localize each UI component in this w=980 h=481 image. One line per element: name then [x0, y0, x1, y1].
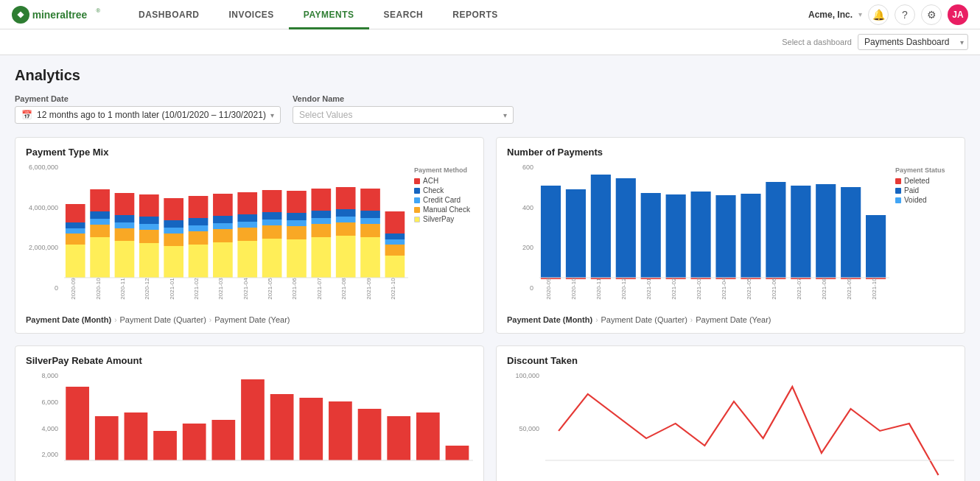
svg-text:2021-10: 2021-10 — [390, 278, 396, 300]
svg-rect-100 — [691, 192, 711, 278]
avatar[interactable]: JA — [948, 4, 968, 25]
help-icon[interactable]: ? — [895, 4, 915, 25]
legend-credit-card: Credit Card — [414, 196, 473, 204]
logo[interactable]: mineraltree ® — [12, 6, 100, 24]
silverpay-rebate-chart[interactable] — [64, 372, 473, 481]
y-axis-dt: 100,000 50,000 — [507, 372, 539, 481]
svg-rect-26 — [164, 220, 183, 228]
svg-rect-69 — [385, 245, 405, 256]
svg-rect-134 — [153, 431, 177, 460]
svg-rect-52 — [287, 191, 307, 213]
discount-taken-body: 100,000 50,000 — [507, 372, 954, 481]
svg-rect-25 — [164, 228, 183, 234]
vendor-filter-input[interactable]: Select Values ▾ — [293, 106, 514, 124]
svg-rect-98 — [666, 194, 686, 278]
svg-rect-90 — [566, 189, 586, 278]
drill-ptm-year[interactable]: Payment Date (Year) — [214, 315, 290, 324]
svg-rect-138 — [270, 394, 294, 460]
svg-rect-49 — [287, 226, 307, 239]
svg-rect-8 — [90, 237, 110, 278]
svg-rect-54 — [311, 224, 331, 237]
svg-text:2021-03: 2021-03 — [218, 278, 225, 299]
svg-rect-133 — [125, 412, 148, 460]
svg-rect-36 — [213, 216, 233, 223]
svg-rect-22 — [139, 194, 159, 217]
svg-rect-42 — [237, 192, 257, 214]
discount-taken-chart[interactable] — [545, 372, 954, 481]
silverpay-rebate-title: SilverPay Rebate Amount — [26, 355, 473, 366]
svg-rect-9 — [90, 225, 110, 237]
svg-rect-132 — [95, 416, 119, 460]
settings-icon[interactable]: ⚙ — [921, 4, 942, 25]
vendor-filter-chevron: ▾ — [503, 111, 507, 119]
svg-rect-71 — [385, 234, 405, 239]
nav-search[interactable]: SEARCH — [369, 0, 438, 29]
date-filter-chevron: ▾ — [270, 111, 274, 119]
dashboard-select-wrapper[interactable]: Payments Dashboard — [858, 34, 968, 50]
svg-rect-110 — [816, 184, 836, 278]
svg-rect-94 — [616, 178, 636, 278]
svg-rect-44 — [262, 225, 282, 239]
nav-invoices[interactable]: INVOICES — [214, 0, 289, 29]
svg-rect-55 — [311, 218, 331, 224]
svg-rect-114 — [866, 215, 886, 278]
charts-grid: Payment Type Mix 6,000,000 4,000,000 2,0… — [15, 137, 965, 481]
payment-type-mix-chart[interactable]: .bar-ach{fill:#e53935}.bar-check{fill:#1… — [64, 164, 408, 309]
svg-rect-144 — [446, 446, 469, 460]
svg-rect-38 — [237, 241, 257, 278]
svg-rect-66 — [360, 211, 380, 218]
svg-rect-53 — [311, 237, 331, 278]
svg-text:2020-12: 2020-12 — [620, 278, 627, 299]
svg-text:2020-11: 2020-11 — [595, 278, 602, 299]
svg-rect-43 — [262, 239, 282, 278]
nav-dashboard[interactable]: DASHBOARD — [124, 0, 214, 29]
y-axis-sp: 8,000 6,000 4,000 2,000 — [26, 372, 58, 481]
svg-text:2021-03: 2021-03 — [696, 278, 702, 300]
y-axis-ptm: 6,000,000 4,000,000 2,000,000 0 — [26, 164, 58, 309]
svg-text:2020-11: 2020-11 — [119, 278, 126, 299]
svg-rect-135 — [183, 424, 206, 460]
svg-rect-65 — [360, 218, 380, 224]
y-axis-nop: 600 400 200 0 — [507, 164, 533, 309]
svg-text:2021-02: 2021-02 — [671, 278, 677, 299]
svg-text:2021-01: 2021-01 — [169, 278, 175, 299]
date-filter-label: Payment Date — [15, 94, 281, 103]
svg-rect-139 — [299, 398, 323, 460]
silverpay-rebate-body: 8,000 6,000 4,000 2,000 — [26, 372, 473, 481]
drill-ptm-month[interactable]: Payment Date (Month) — [26, 315, 111, 324]
svg-rect-137 — [241, 379, 265, 460]
drill-nop-quarter[interactable]: Payment Date (Quarter) — [601, 315, 687, 324]
drill-nop-year[interactable]: Payment Date (Year) — [696, 315, 771, 324]
vendor-filter-group: Vendor Name Select Values ▾ — [293, 94, 514, 124]
legend-voided: Voided — [895, 196, 954, 204]
number-of-payments-chart[interactable]: 2020-09 2020-10 2020-11 2020-12 2021-01 … — [539, 164, 889, 309]
legend-silverpay: SilverPay — [414, 215, 473, 223]
payment-type-mix-title: Payment Type Mix — [26, 147, 473, 158]
drill-nop-month[interactable]: Payment Date (Month) — [507, 315, 592, 324]
svg-text:2021-09: 2021-09 — [846, 278, 853, 299]
date-filter-group: Payment Date 📅 12 months ago to 1 month … — [15, 94, 281, 124]
svg-rect-5 — [66, 228, 85, 234]
svg-rect-24 — [164, 234, 183, 246]
svg-rect-7 — [66, 204, 85, 222]
user-label[interactable]: Acme, Inc. — [808, 10, 853, 20]
drill-ptm-quarter[interactable]: Payment Date (Quarter) — [119, 315, 206, 324]
svg-rect-12 — [90, 189, 110, 211]
svg-rect-131 — [66, 387, 89, 460]
svg-rect-39 — [237, 228, 257, 241]
number-of-payments-drill: Payment Date (Month) › Payment Date (Qua… — [507, 315, 954, 324]
nav-reports[interactable]: REPORTS — [438, 0, 513, 29]
svg-rect-40 — [237, 222, 257, 228]
svg-rect-4 — [66, 234, 85, 245]
svg-rect-34 — [213, 229, 233, 242]
svg-rect-37 — [213, 194, 233, 216]
svg-text:®: ® — [96, 7, 100, 14]
dashboard-select[interactable]: Payments Dashboard — [858, 34, 968, 50]
svg-rect-23 — [164, 246, 183, 278]
svg-rect-41 — [237, 214, 257, 222]
notifications-icon[interactable]: 🔔 — [868, 4, 889, 25]
svg-rect-16 — [115, 215, 135, 222]
date-filter-input[interactable]: 📅 12 months ago to 1 month later (10/01/… — [15, 106, 281, 124]
nav-payments[interactable]: PAYMENTS — [289, 0, 369, 29]
svg-rect-57 — [311, 189, 331, 211]
